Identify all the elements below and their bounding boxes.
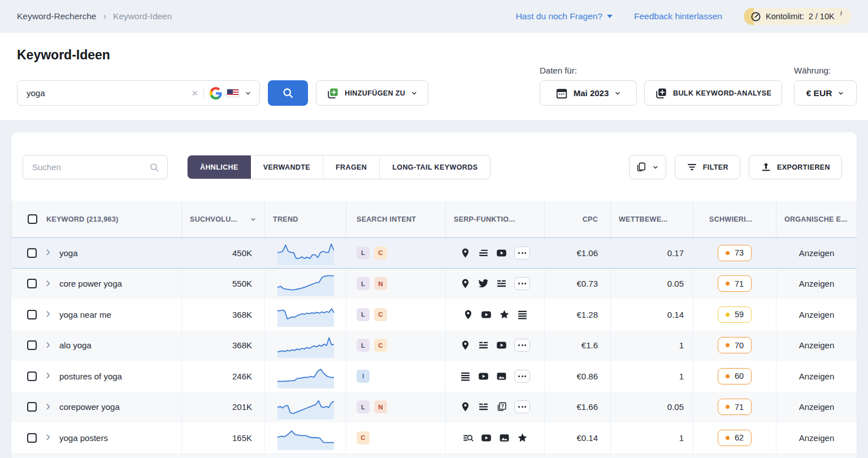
- intent-badge-informational: I: [357, 370, 370, 383]
- organic-results-link[interactable]: Anzeigen: [799, 310, 835, 319]
- search-volume: 450K: [232, 248, 252, 258]
- keyword-text[interactable]: alo yoga: [59, 340, 92, 350]
- tab-long-tail-keywords[interactable]: LONG-TAIL KEYWORDS: [379, 155, 490, 179]
- expand-row-icon[interactable]: ›: [46, 309, 50, 317]
- table-row: ›yoga near me368KLC€1.280.1459Anzeigen: [11, 299, 857, 330]
- row-checkbox[interactable]: [27, 340, 37, 350]
- intent-badge-local: L: [357, 400, 370, 413]
- breadcrumb-parent[interactable]: Keyword-Recherche: [17, 11, 96, 21]
- chevron-down-icon: [614, 90, 621, 97]
- col-keyword: KEYWORD (213,963): [46, 215, 118, 223]
- more-serp-features-button[interactable]: [514, 247, 530, 260]
- table-search-box: [23, 155, 168, 179]
- search-volume: 246K: [232, 371, 252, 381]
- sort-chevron-icon[interactable]: [250, 216, 257, 223]
- chevron-down-icon: [837, 90, 844, 97]
- keyword-text[interactable]: yoga posters: [59, 433, 108, 443]
- competition-value: 1: [679, 433, 684, 443]
- tab-fragen[interactable]: FRAGEN: [323, 155, 379, 179]
- add-to-button[interactable]: HINZUFÜGEN ZU: [316, 80, 428, 106]
- chevron-down-icon: [607, 15, 613, 18]
- col-volume[interactable]: SUCHVOLU...: [190, 215, 237, 223]
- search-icon: [149, 162, 159, 172]
- intent-badge-commercial: C: [357, 431, 370, 444]
- intent-badge-local: L: [357, 339, 370, 352]
- currency-selector[interactable]: € EUR: [794, 80, 857, 106]
- row-checkbox[interactable]: [27, 402, 37, 412]
- organic-results-link[interactable]: Anzeigen: [799, 279, 835, 288]
- data-for-label: Daten für:: [540, 66, 577, 75]
- keyword-text[interactable]: yoga: [59, 248, 78, 258]
- organic-results-link[interactable]: Anzeigen: [799, 248, 835, 258]
- difficulty-badge: 59: [718, 306, 752, 323]
- image-pack-icon: [499, 433, 510, 443]
- date-value: Mai 2023: [574, 88, 609, 98]
- questions-dropdown[interactable]: Hast du noch Fragen?: [516, 11, 613, 21]
- col-serp-features: SERP-FUNKTIO...: [454, 215, 515, 223]
- difficulty-badge: 62: [718, 430, 752, 446]
- difficulty-dot: [726, 405, 730, 409]
- map-pin-icon: [463, 309, 474, 320]
- select-all-checkbox[interactable]: [28, 214, 37, 224]
- difficulty-badge: 73: [718, 245, 752, 261]
- search-volume: 368K: [232, 310, 252, 319]
- expand-row-icon[interactable]: ›: [46, 340, 50, 348]
- more-serp-features-button[interactable]: [514, 339, 530, 352]
- expand-row-icon[interactable]: ›: [46, 433, 50, 440]
- intent-badge-commercial: C: [374, 308, 387, 321]
- info-icon[interactable]: i: [840, 9, 842, 18]
- table-row: ›yoga posters165KC€0.14162Anzeigen: [11, 422, 857, 453]
- account-limit-value: 2 / 10K: [809, 12, 835, 21]
- organic-results-link[interactable]: Anzeigen: [799, 433, 835, 443]
- more-serp-features-button[interactable]: [514, 277, 530, 290]
- svg-text:?: ?: [501, 404, 505, 409]
- us-flag-icon: [227, 89, 239, 97]
- map-pin-icon: [460, 278, 471, 289]
- expand-row-icon[interactable]: ›: [46, 248, 50, 256]
- copy-button[interactable]: [629, 155, 666, 179]
- map-pin-icon: [460, 340, 471, 351]
- row-checkbox[interactable]: [27, 371, 37, 381]
- row-checkbox[interactable]: [27, 248, 37, 258]
- organic-results-link[interactable]: Anzeigen: [799, 402, 835, 412]
- keyword-text[interactable]: yoga near me: [59, 310, 111, 319]
- keyword-text[interactable]: postures of yoga: [59, 371, 122, 381]
- clear-input-icon[interactable]: ×: [192, 87, 198, 100]
- difficulty-badge: 60: [718, 368, 752, 384]
- organic-results-link[interactable]: Anzeigen: [799, 371, 835, 381]
- currency-label: Währung:: [794, 66, 831, 75]
- organic-listing-icon: [460, 371, 471, 382]
- top-stories-icon: [478, 340, 489, 351]
- account-limit-badge: Kontolimit: 2 / 10K i: [744, 8, 851, 25]
- intent-badge-navigational: N: [374, 277, 387, 290]
- row-checkbox[interactable]: [27, 279, 37, 288]
- more-serp-features-button[interactable]: [514, 370, 530, 383]
- expand-row-icon[interactable]: ›: [46, 402, 50, 410]
- video-icon: [481, 309, 492, 320]
- expand-row-icon[interactable]: ›: [46, 279, 50, 287]
- video-icon: [481, 433, 492, 443]
- keyword-text[interactable]: corepower yoga: [59, 402, 120, 412]
- competition-value: 1: [679, 371, 684, 381]
- export-button[interactable]: EXPORTIEREN: [749, 155, 842, 179]
- expand-row-icon[interactable]: ›: [46, 371, 50, 379]
- row-checkbox[interactable]: [27, 433, 37, 443]
- organic-results-link[interactable]: Anzeigen: [799, 340, 835, 350]
- tab-verwandte[interactable]: VERWANDTE: [251, 155, 323, 179]
- more-serp-features-button[interactable]: [514, 400, 530, 413]
- keyword-input[interactable]: [25, 88, 192, 98]
- keyword-text[interactable]: core power yoga: [59, 279, 122, 288]
- filter-button[interactable]: FILTER: [675, 155, 740, 179]
- search-button[interactable]: [268, 80, 308, 106]
- competition-value: 0.05: [667, 279, 684, 288]
- cpc-value: €1.06: [576, 248, 598, 258]
- gauge-icon: [750, 11, 761, 22]
- row-checkbox[interactable]: [27, 310, 37, 319]
- date-selector[interactable]: Mai 2023: [540, 80, 637, 106]
- table-search-input[interactable]: [31, 162, 149, 172]
- difficulty-dot: [726, 251, 730, 255]
- bulk-analysis-button[interactable]: BULK KEYWORD-ANALYSE: [644, 80, 782, 106]
- feedback-link[interactable]: Feedback hinterlassen: [634, 11, 722, 21]
- tab-ähnliche[interactable]: ÄHNLICHE: [188, 155, 251, 179]
- chevron-down-icon[interactable]: [245, 90, 251, 97]
